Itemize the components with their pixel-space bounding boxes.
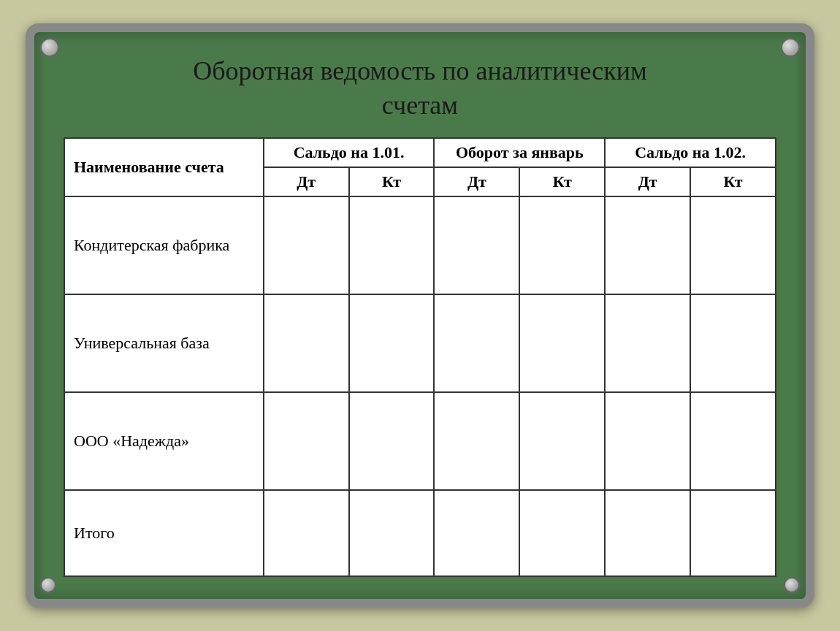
subheader-dt1: Дт <box>264 167 349 196</box>
table-row: Универсальная база <box>64 294 776 392</box>
table-row: Кондитерская фабрика <box>64 196 776 294</box>
page-title: Оборотная ведомость по аналитическим сче… <box>193 54 647 123</box>
col-header-saldo2: Сальдо на 1.02. <box>605 138 776 167</box>
row-3-name: ООО «Надежда» <box>64 392 264 490</box>
row-2-dt3 <box>605 294 690 392</box>
row-itogo-kt3 <box>690 490 776 576</box>
row-3-dt3 <box>605 392 690 490</box>
row-itogo-kt1 <box>349 490 435 576</box>
table-row-itogo: Итого <box>64 490 776 576</box>
board: Оборотная ведомость по аналитическим сче… <box>26 23 814 608</box>
col-header-oborot: Оборот за январь <box>434 138 605 167</box>
row-1-kt2 <box>519 196 605 294</box>
row-2-kt1 <box>349 294 435 392</box>
row-3-kt2 <box>519 392 605 490</box>
row-itogo-kt2 <box>519 490 605 576</box>
row-1-dt3 <box>605 196 690 294</box>
col-header-name: Наименование счета <box>64 138 264 196</box>
table-row: ООО «Надежда» <box>64 392 776 490</box>
row-itogo-dt1 <box>264 490 349 576</box>
subheader-dt3: Дт <box>605 167 690 196</box>
col-header-saldo1: Сальдо на 1.01. <box>264 138 435 167</box>
row-2-kt2 <box>519 294 605 392</box>
subheader-kt3: Кт <box>690 167 776 196</box>
bolt-bottom-right-icon <box>784 577 800 593</box>
row-itogo-dt3 <box>605 490 690 576</box>
row-3-kt3 <box>690 392 776 490</box>
row-3-kt1 <box>349 392 435 490</box>
row-1-dt1 <box>264 196 349 294</box>
row-1-kt3 <box>690 196 776 294</box>
row-1-kt1 <box>349 196 435 294</box>
row-2-dt2 <box>434 294 519 392</box>
row-2-name: Универсальная база <box>64 294 264 392</box>
table-container: Наименование счета Сальдо на 1.01. Оборо… <box>64 137 776 577</box>
row-1-name: Кондитерская фабрика <box>64 196 264 294</box>
main-table: Наименование счета Сальдо на 1.01. Оборо… <box>64 137 776 577</box>
row-3-dt2 <box>434 392 519 490</box>
subheader-dt2: Дт <box>434 167 519 196</box>
row-itogo-name: Итого <box>64 490 264 576</box>
row-1-dt2 <box>434 196 519 294</box>
bolt-bottom-left-icon <box>40 577 56 593</box>
row-itogo-dt2 <box>434 490 519 576</box>
row-2-kt3 <box>690 294 776 392</box>
subheader-kt1: Кт <box>349 167 435 196</box>
subheader-kt2: Кт <box>519 167 605 196</box>
row-3-dt1 <box>264 392 349 490</box>
row-2-dt1 <box>264 294 349 392</box>
